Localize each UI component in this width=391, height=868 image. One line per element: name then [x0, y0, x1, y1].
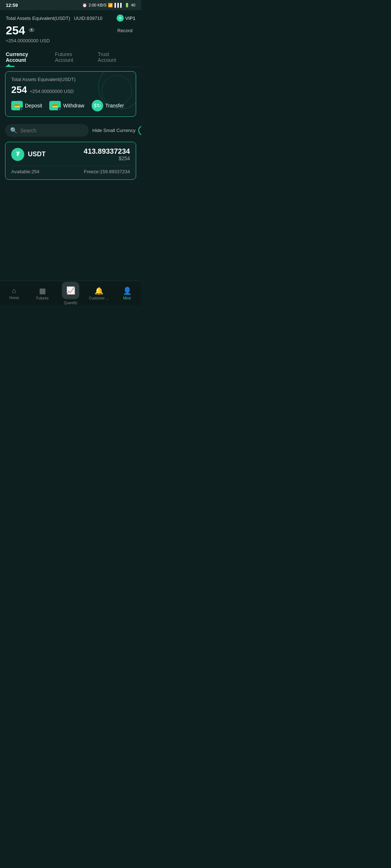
usdt-token-card[interactable]: ₮ USDT 413.89337234 $254 Available:254 F… — [5, 142, 136, 180]
search-box[interactable]: 🔍 — [5, 124, 89, 137]
withdraw-icon: 💳 + — [49, 101, 61, 110]
token-balance-col: 413.89337234 $254 — [84, 147, 130, 161]
currency-account-card: Total Assets Equivalent(USDT) 254 ≈254.0… — [5, 71, 136, 117]
hide-small-currency-toggle[interactable] — [138, 125, 141, 136]
battery-level: 40 — [131, 3, 135, 7]
home-icon: ⌂ — [12, 286, 16, 295]
battery-icon: 🔋 — [125, 3, 130, 8]
transfer-button[interactable]: $↻ Transfer — [92, 100, 124, 111]
uuid-label: UUID:839710 — [74, 16, 102, 21]
mine-label: Mine — [123, 296, 131, 300]
status-time: 12:59 — [6, 3, 18, 8]
tab-currency-account[interactable]: Currency Account — [6, 50, 49, 67]
withdraw-label: Withdraw — [63, 103, 84, 109]
usdt-icon: ₮ — [11, 148, 24, 161]
card-balance-row: 254 ≈254.00000000 USD — [11, 84, 130, 95]
withdraw-button[interactable]: 💳 + Withdraw — [49, 101, 84, 110]
data-speed: 2:00 KB/S — [89, 3, 107, 7]
header: Total Assets Equivalent(USDT) UUID:83971… — [0, 10, 141, 46]
nav-home[interactable]: ⌂ Home — [0, 284, 28, 302]
mine-icon: 👤 — [123, 286, 132, 295]
status-icons: ⏰ 2:00 KB/S 📶 ▌▌▌ 🔋 40 — [82, 3, 135, 8]
token-amount: 413.89337234 — [84, 147, 130, 156]
hide-small-currency[interactable]: Hide Small Currency — [92, 125, 141, 136]
eye-icon[interactable]: 👁 — [29, 27, 35, 34]
quantify-label: Quantify — [64, 301, 77, 305]
vip-badge: ⚙ VIP1 — [117, 14, 135, 22]
token-usd: $254 — [84, 156, 130, 161]
tab-trust-account[interactable]: Trust Account — [98, 50, 130, 67]
nav-mine[interactable]: 👤 Mine — [113, 284, 141, 302]
card-actions: 💳 + Deposit 💳 + Withdraw $↻ Transfer — [11, 100, 130, 111]
nav-customer[interactable]: 🔔 Customer ... — [85, 284, 113, 302]
balance-usd: ≈254.00000000 USD — [6, 38, 135, 43]
customer-label: Customer ... — [89, 296, 109, 300]
hide-small-currency-label: Hide Small Currency — [92, 128, 135, 133]
alarm-icon: ⏰ — [82, 3, 87, 8]
deposit-button[interactable]: 💳 + Deposit — [11, 101, 42, 110]
header-top: Total Assets Equivalent(USDT) UUID:83971… — [6, 14, 135, 22]
search-row: 🔍 Hide Small Currency — [0, 121, 141, 140]
quantify-icon-wrap: 📈 — [62, 282, 79, 299]
futures-label: Futures — [36, 296, 49, 300]
total-assets-label: Total Assets Equivalent(USDT) — [6, 16, 70, 21]
futures-icon: ▦ — [39, 286, 46, 295]
balance-row: 254 👁 Record — [6, 24, 135, 37]
token-name-row: ₮ USDT — [11, 148, 46, 161]
search-input[interactable] — [20, 128, 84, 133]
card-balance-usd: ≈254.00000000 USD — [30, 89, 73, 94]
tab-indicator — [6, 64, 12, 67]
token-divider — [11, 166, 130, 166]
balance-amount: 254 — [6, 24, 25, 37]
tab-futures-account[interactable]: Futures Account — [55, 50, 92, 67]
nav-quantify[interactable]: 📈 Quantify — [56, 280, 85, 306]
token-available: Available:254 — [11, 169, 39, 174]
customer-icon: 🔔 — [94, 286, 104, 295]
search-icon: 🔍 — [10, 127, 17, 134]
card-title: Total Assets Equivalent(USDT) — [11, 77, 130, 82]
deposit-icon: 💳 + — [11, 101, 23, 110]
transfer-label: Transfer — [105, 103, 124, 109]
token-freeze: Freeze:159.89337234 — [84, 169, 130, 174]
wifi-icon: 📶 — [108, 3, 113, 8]
token-footer: Available:254 Freeze:159.89337234 — [11, 169, 130, 174]
signal-icon: ▌▌▌ — [114, 3, 123, 7]
account-tabs: Currency Account Futures Account Trust A… — [0, 46, 141, 67]
nav-futures[interactable]: ▦ Futures — [28, 284, 56, 302]
vip-icon: ⚙ — [117, 14, 124, 22]
bottom-nav: ⌂ Home ▦ Futures 📈 Quantify 🔔 Customer .… — [0, 281, 141, 305]
transfer-icon: $↻ — [92, 100, 103, 111]
token-header: ₮ USDT 413.89337234 $254 — [11, 147, 130, 161]
vip-label: VIP1 — [125, 16, 135, 21]
home-label: Home — [9, 296, 19, 300]
deposit-label: Deposit — [25, 103, 42, 109]
header-title-group: Total Assets Equivalent(USDT) UUID:83971… — [6, 15, 102, 21]
status-bar: 12:59 ⏰ 2:00 KB/S 📶 ▌▌▌ 🔋 40 — [0, 0, 141, 10]
record-button[interactable]: Record — [114, 26, 135, 35]
quantify-icon: 📈 — [66, 286, 75, 295]
token-symbol: USDT — [28, 150, 46, 158]
card-balance: 254 — [11, 84, 27, 95]
